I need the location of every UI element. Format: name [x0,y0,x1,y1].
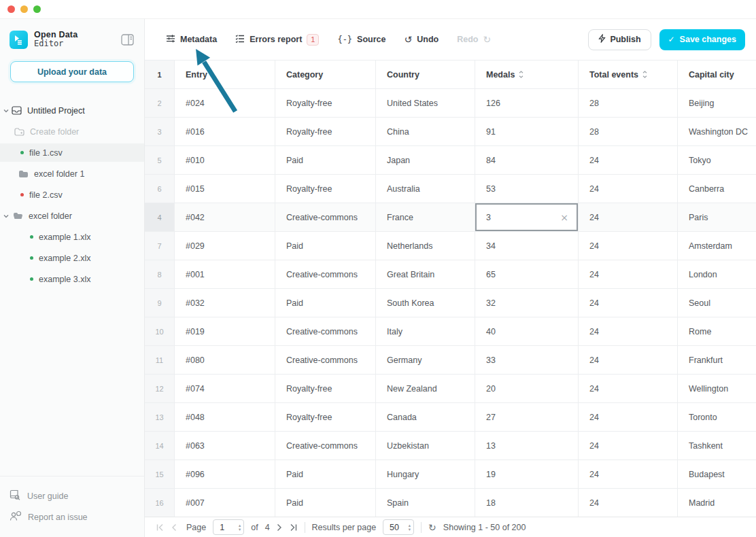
row-index[interactable]: 3 [145,118,175,146]
cell-medals[interactable]: 18 [475,489,579,517]
row-index[interactable]: 14 [145,432,175,460]
cell-medals[interactable]: 19 [475,460,579,489]
row-index[interactable]: 13 [145,403,175,432]
last-page-icon[interactable] [289,523,298,532]
cell-country[interactable]: Italy [376,317,475,346]
metadata-button[interactable]: Metadata [166,34,217,45]
cell-medals[interactable]: 126 [475,89,579,118]
cell-entry[interactable]: #032 [175,289,275,317]
cell-capital[interactable]: Canberra [678,175,756,203]
cell-country[interactable]: China [376,118,475,146]
clear-cell-button[interactable]: × [560,212,568,223]
cell-category[interactable]: Paid [275,489,376,517]
cell-country[interactable]: Netherlands [376,232,475,260]
cell-entry[interactable]: #096 [175,460,275,489]
cell-total_events[interactable]: 24 [579,289,678,317]
cell-category[interactable]: Creative-commons [275,260,376,289]
column-header-medals[interactable]: Medals [475,60,579,89]
cell-country[interactable]: United States [376,89,475,118]
close-window-button[interactable] [7,5,15,13]
cell-capital[interactable]: Seoul [678,289,756,317]
cell-capital[interactable]: Tashkent [678,432,756,460]
cell-total_events[interactable]: 24 [579,175,678,203]
cell-country[interactable]: Japan [376,146,475,175]
cell-total_events[interactable]: 28 [579,89,678,118]
cell-category[interactable]: Creative-commons [275,432,376,460]
row-index[interactable]: 8 [145,260,175,289]
row-index[interactable]: 7 [145,232,175,260]
cell-total_events[interactable]: 24 [579,432,678,460]
cell-medals[interactable]: 34 [475,232,579,260]
cell-capital[interactable]: Amsterdam [678,232,756,260]
cell-country[interactable]: New Zealand [376,375,475,403]
page-decrement-icon[interactable]: ▾ [239,527,241,532]
cell-category[interactable]: Royalty-free [275,375,376,403]
tree-item-example-1-xlx[interactable]: example 1.xlx [0,228,144,246]
row-index[interactable]: 4 [145,203,175,232]
cell-country[interactable]: Uzbekistan [376,432,475,460]
zoom-window-button[interactable] [33,5,41,13]
row-index[interactable]: 15 [145,460,175,489]
publish-button[interactable]: Publish [588,29,651,50]
cell-category[interactable]: Creative-commons [275,317,376,346]
cell-country[interactable]: Canada [376,403,475,432]
tree-item-untitled-project[interactable]: Untitled Project [0,101,144,120]
first-page-icon[interactable] [156,523,165,532]
chevron-down-icon[interactable] [3,214,10,218]
row-index[interactable]: 9 [145,289,175,317]
cell-capital[interactable]: Wellington [678,375,756,403]
cell-category[interactable]: Royalty-free [275,403,376,432]
cell-total_events[interactable]: 24 [579,146,678,175]
cell-capital[interactable]: Madrid [678,489,756,517]
cell-entry[interactable]: #007 [175,489,275,517]
cell-editor[interactable]: 3× [475,203,578,231]
minimize-window-button[interactable] [20,5,28,13]
cell-capital[interactable]: Rome [678,317,756,346]
source-button[interactable]: {-} Source [337,35,385,44]
cell-medals[interactable]: 20 [475,375,579,403]
prev-page-icon[interactable] [171,523,177,532]
tree-item-excel-folder-1[interactable]: excel folder 1 [0,164,144,183]
cell-total_events[interactable]: 24 [579,489,678,517]
cell-entry[interactable]: #029 [175,232,275,260]
cell-medals[interactable]: 27 [475,403,579,432]
next-page-icon[interactable] [277,523,282,532]
cell-medals[interactable]: 84 [475,146,579,175]
row-index[interactable]: 16 [145,489,175,517]
cell-medals[interactable]: 33 [475,346,579,375]
results-per-page-input[interactable] [383,523,401,532]
cell-category[interactable]: Royalty-free [275,175,376,203]
row-index[interactable]: 2 [145,89,175,118]
cell-category[interactable]: Creative-commons [275,346,376,375]
sort-icon[interactable] [519,71,523,78]
cell-total_events[interactable]: 28 [579,118,678,146]
cell-capital[interactable]: Washington DC [678,118,756,146]
undo-button[interactable]: ↺ Undo [405,34,439,45]
cell-medals[interactable]: 3× [475,203,579,232]
cell-category[interactable]: Paid [275,146,376,175]
cell-country[interactable]: Australia [376,175,475,203]
cell-category[interactable]: Paid [275,460,376,489]
column-header-total-events[interactable]: Total events [579,60,678,89]
cell-capital[interactable]: Tokyo [678,146,756,175]
cell-entry[interactable]: #063 [175,432,275,460]
cell-medals[interactable]: 32 [475,289,579,317]
cell-medals[interactable]: 40 [475,317,579,346]
cell-total_events[interactable]: 24 [579,460,678,489]
cell-category[interactable]: Paid [275,289,376,317]
user-guide-link[interactable]: User guide [0,485,144,506]
cell-medals[interactable]: 53 [475,175,579,203]
cell-capital[interactable]: Beijing [678,89,756,118]
cell-capital[interactable]: Frankfurt [678,346,756,375]
cell-entry[interactable]: #001 [175,260,275,289]
row-index[interactable]: 12 [145,375,175,403]
page-number-input[interactable] [213,523,231,532]
cell-entry[interactable]: #042 [175,203,275,232]
cell-capital[interactable]: Paris [678,203,756,232]
cell-entry[interactable]: #080 [175,346,275,375]
cell-entry[interactable]: #015 [175,175,275,203]
tree-item-example-3-xlx[interactable]: example 3.xlx [0,270,144,288]
cell-total_events[interactable]: 24 [579,317,678,346]
cell-capital[interactable]: Budapest [678,460,756,489]
cell-total_events[interactable]: 24 [579,260,678,289]
